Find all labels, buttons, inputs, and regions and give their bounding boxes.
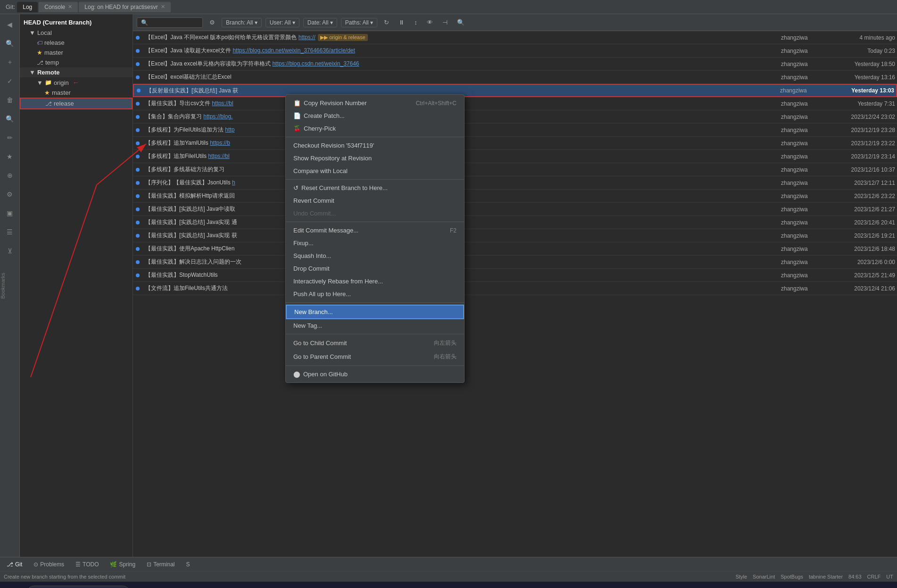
commit-row[interactable]: 【Excel】excel基础方法汇总Excel zhangziwa Yester… [133, 71, 897, 84]
drop-commit-menu-item[interactable]: Drop Commit [286, 262, 464, 275]
separator1 [286, 137, 464, 137]
commit-row[interactable]: 【最佳实践】[实践总结] Java实现 通 zhangziwa 2023/12/… [133, 216, 897, 229]
sort-btn[interactable]: ↕ [411, 18, 420, 27]
star-button[interactable]: ★ [2, 149, 17, 164]
revert-commit-menu-item[interactable]: Revert Commit [286, 194, 464, 207]
log-head-close[interactable]: ✕ [161, 4, 165, 10]
copy-revision-menu-item[interactable]: 📋 Copy Revision Number Ctrl+Alt+Shift+C [286, 97, 464, 109]
new-branch-menu-item[interactable]: New Branch... [286, 305, 464, 319]
create-patch-menu-item[interactable]: 📄 Create Patch... [286, 109, 464, 122]
search-input[interactable] [150, 19, 197, 26]
head-current-branch[interactable]: HEAD (Current Branch) [20, 17, 133, 28]
remote-section: ▼ Remote [20, 67, 133, 77]
commit-author: zhangziwa [779, 114, 822, 120]
commit-row[interactable]: 【多线程】多线基础方法的复习 zhangziwa 2023/12/16 10:3… [133, 163, 897, 176]
branch-temp[interactable]: ⎇ temp [20, 58, 133, 67]
tab-log-head[interactable]: Log: on HEAD for practisesvr ✕ [79, 2, 170, 12]
search-right-btn[interactable]: 🔍 [454, 18, 467, 27]
commit-row[interactable]: 【序列化】【最佳实践】JsonUtils h zhangziwa 2023/12… [133, 176, 897, 190]
show-repo-menu-item[interactable]: Show Repository at Revision [286, 152, 464, 165]
settings-btn[interactable]: ⚙ [207, 18, 218, 27]
compare-local-menu-item[interactable]: Compare with Local [286, 165, 464, 177]
tab-log[interactable]: Log [17, 2, 38, 12]
pin-btn[interactable]: ⊣ [440, 18, 450, 27]
commit-row[interactable]: 【Excel】Java excel单元格内容读取为字符串格式 https://b… [133, 58, 897, 71]
origin-folder[interactable]: ▼ 📁 origin ← [20, 77, 133, 88]
commit-row[interactable]: 【多线程】追加FileIUtils https://bl zhangziwa 2… [133, 150, 897, 163]
new-tag-menu-item[interactable]: New Tag... [286, 319, 464, 332]
search-button[interactable]: 🔍 [2, 36, 17, 51]
taskbar-edge-icon[interactable] [196, 585, 213, 588]
cherry-pick-menu-item[interactable]: 🍒 Cherry-Pick [286, 122, 464, 135]
github-icon: ⬤ [293, 371, 300, 378]
git-bottom-btn[interactable]: ⎇ Git [4, 560, 25, 569]
branch-master[interactable]: ★ master [20, 48, 133, 58]
edit-button[interactable]: ✏ [2, 130, 17, 145]
commit-row[interactable]: 【Excel】Java 不同excel 版本poi如何给单元格设置背景颜色 ht… [133, 31, 897, 44]
commit-row[interactable]: 【文件流】追加FileUtils共通方法 zhangziwa 2023/12/4… [133, 282, 897, 295]
commit-row[interactable]: 【集合】集合内容复习 https://blog. zhangziwa 2023/… [133, 110, 897, 124]
open-github-menu-item[interactable]: ⬤ Open on GitHub [286, 368, 464, 381]
commit-row[interactable]: 【最佳实践】StopWatchUtils zhangziwa 2023/12/5… [133, 269, 897, 282]
date-filter[interactable]: Date: All ▾ [303, 18, 337, 27]
branch-filter[interactable]: Branch: All ▾ [222, 18, 262, 27]
console-close[interactable]: ✕ [68, 4, 72, 10]
squash-menu-item[interactable]: Squash Into... [286, 249, 464, 262]
down-button[interactable]: ⊻ [2, 243, 17, 258]
commit-row[interactable]: 【多线程】追加YamlUtils https://b zhangziwa 202… [133, 137, 897, 150]
branch-release[interactable]: 🏷 release [20, 38, 133, 48]
push-all-menu-item[interactable]: Push All up to Here... [286, 288, 464, 300]
tab-console[interactable]: Console ✕ [39, 2, 78, 12]
origin-release-branch[interactable]: ⎇ release [20, 98, 133, 109]
commit-row[interactable]: 【最佳实践】导出csv文件 https://bl zhangziwa Yeste… [133, 97, 897, 110]
taskbar-frog-icon[interactable]: 🐸 [175, 585, 192, 588]
gear-button[interactable]: ⚙ [2, 187, 17, 202]
edit-message-menu-item[interactable]: Edit Commit Message... F2 [286, 224, 464, 237]
terminal-icon: ⊡ [147, 561, 151, 568]
reset-branch-menu-item[interactable]: ↺ Reset Current Branch to Here... [286, 182, 464, 194]
refresh-btn[interactable]: ↻ [381, 18, 392, 27]
go-parent-menu-item[interactable]: Go to Parent Commit 向右箭头 [286, 350, 464, 364]
check-button[interactable]: ✓ [2, 74, 17, 89]
undo-commit-menu-item: Undo Commit... [286, 207, 464, 220]
search2-button[interactable]: 🔍 [2, 111, 17, 126]
back-button[interactable]: ◀ [2, 17, 17, 32]
trash-button[interactable]: 🗑 [2, 92, 17, 108]
commit-row[interactable]: 【Excel】Java 读取超大excel文件 https://blog.csd… [133, 44, 897, 58]
search-box[interactable]: 🔍 [137, 17, 203, 28]
checkout-revision-menu-item[interactable]: Checkout Revision '534f7119' [286, 139, 464, 152]
commit-row[interactable]: 【最佳实践】使用Apache HttpClien zhangziwa 2023/… [133, 242, 897, 256]
user-filter[interactable]: User: All ▾ [266, 18, 299, 27]
problems-btn[interactable]: ⊙ Problems [31, 560, 67, 569]
commit-row[interactable]: 【最佳实践】解决日志注入问题的一次 zhangziwa 2023/12/6 0:… [133, 256, 897, 269]
interactively-rebase-menu-item[interactable]: Interactively Rebase from Here... [286, 275, 464, 288]
commit-row[interactable]: 【最佳实践】模拟解析Http请求返回 zhangziwa 2023/12/6 2… [133, 190, 897, 203]
s-btn[interactable]: S [183, 560, 193, 569]
circle-button[interactable]: ⊕ [2, 168, 17, 183]
pause-btn[interactable]: ⏸ [396, 18, 407, 27]
taskbar-search-box[interactable]: 🔍 搜索 [26, 586, 130, 588]
commit-row[interactable]: 【最佳实践】[实践总结] Java中读取 zhangziwa 2023/12/6… [133, 203, 897, 216]
list-button[interactable]: ☰ [2, 224, 17, 240]
terminal-btn[interactable]: ⊡ Terminal [144, 560, 177, 569]
todo-btn[interactable]: ☰ TODO [73, 560, 101, 569]
commit-row-selected[interactable]: 【反射最佳实践】[实践总结] Java 获 zhangziwa Yesterda… [133, 84, 897, 97]
windows-start-button[interactable] [4, 584, 23, 588]
paths-filter[interactable]: Paths: All ▾ [341, 18, 377, 27]
taskbar-calendar-icon[interactable]: 📅 [134, 585, 151, 588]
tab-bar: Git: Log Console ✕ Log: on HEAD for prac… [0, 0, 897, 14]
commit-row[interactable]: 【最佳实践】[实践总结] Java实现 获 zhangziwa 2023/12/… [133, 229, 897, 242]
commit-date: 4 minutes ago [822, 34, 897, 41]
commit-row[interactable]: 【多线程】为FileIUtils追加方法 http zhangziwa 2023… [133, 124, 897, 137]
fixup-menu-item[interactable]: Fixup... [286, 237, 464, 249]
toolbar: 🔍 ⚙ Branch: All ▾ User: All ▾ Date: All … [133, 14, 897, 31]
eye-btn[interactable]: 👁 [424, 18, 436, 27]
origin-master-branch[interactable]: ★ master [20, 88, 133, 98]
go-child-menu-item[interactable]: Go to Child Commit 向左箭头 [286, 336, 464, 350]
taskbar-chrome-icon[interactable] [155, 585, 172, 588]
commit-message: 【Excel】excel基础方法汇总Excel [142, 73, 779, 81]
commit-date: 2023/12/6 18:48 [822, 246, 897, 252]
box-button[interactable]: ▣ [2, 206, 17, 221]
spring-btn[interactable]: 🌿 Spring [107, 560, 138, 569]
add-button[interactable]: ＋ [2, 55, 17, 70]
